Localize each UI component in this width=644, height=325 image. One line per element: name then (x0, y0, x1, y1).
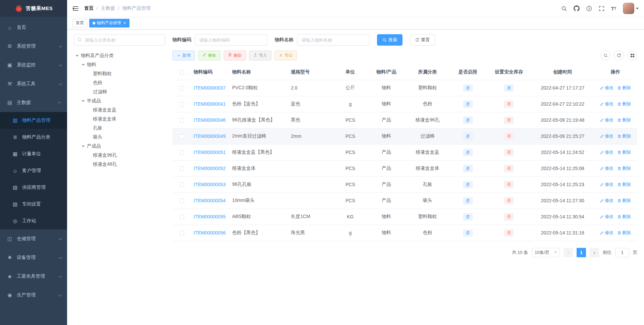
hamburger-icon[interactable] (72, 5, 79, 12)
tree-node[interactable]: 塑料颗粒 (74, 69, 165, 78)
row-checkbox[interactable] (179, 166, 184, 171)
breadcrumb-item[interactable]: 首页 (84, 5, 94, 11)
item-code-link[interactable]: ITEM00000049 (194, 133, 226, 139)
row-edit-link[interactable]: 修改 (600, 101, 613, 107)
row-checkbox[interactable] (179, 199, 184, 203)
refresh-button[interactable] (614, 50, 624, 60)
logo[interactable]: 苦糖果MES (0, 0, 67, 17)
sidebar-item[interactable]: ◫仓储管理 (0, 229, 67, 248)
item-code-link[interactable]: ITEM00000037 (194, 85, 226, 91)
goto-page-input[interactable] (615, 248, 629, 257)
row-delete-link[interactable]: 删除 (618, 198, 631, 204)
item-code-link[interactable]: ITEM00000052 (194, 166, 226, 171)
delete-button[interactable]: 删除 (224, 51, 246, 60)
row-edit-link[interactable]: 修改 (600, 165, 613, 171)
item-code-link[interactable]: ITEM00000056 (194, 230, 226, 235)
sidebar-item[interactable]: ⚙系统管理 (0, 37, 67, 56)
edit-button[interactable]: 修改 (198, 51, 220, 60)
sidebar-item[interactable]: ⚒系统工具 (0, 74, 67, 93)
view-tab[interactable]: 物料产品管理× (89, 19, 129, 28)
item-code-link[interactable]: ITEM00000053 (194, 182, 226, 187)
row-checkbox[interactable] (179, 215, 184, 219)
sidebar-item[interactable]: ▤主数据 (0, 93, 67, 112)
tree-node[interactable]: 孔板 (74, 123, 165, 132)
caret-icon[interactable] (76, 55, 78, 58)
prev-page-button[interactable]: ‹ (564, 248, 573, 257)
item-code-link[interactable]: ITEM00000051 (194, 150, 226, 155)
sidebar-item[interactable]: ◈工装夹具管理 (0, 267, 67, 286)
tree-node[interactable]: 半成品 (74, 96, 165, 105)
item-code-link[interactable]: ITEM00000041 (194, 101, 226, 107)
row-checkbox[interactable] (179, 134, 184, 139)
sidebar-subitem[interactable]: ☺客户管理 (0, 162, 67, 179)
row-checkbox[interactable] (179, 182, 184, 187)
row-edit-link[interactable]: 修改 (600, 133, 613, 139)
add-button[interactable]: ＋新增 (172, 51, 195, 60)
sidebar-item[interactable]: ▣系统监控 (0, 56, 67, 74)
row-edit-link[interactable]: 修改 (600, 181, 613, 187)
caret-icon[interactable] (82, 64, 85, 67)
filter-input[interactable] (195, 34, 267, 46)
filter-input[interactable] (297, 34, 370, 46)
search-icon[interactable] (561, 6, 567, 11)
row-delete-link[interactable]: 删除 (618, 181, 631, 187)
user-menu[interactable] (623, 3, 639, 14)
tree-node[interactable]: 吸头 (74, 132, 165, 142)
row-checkbox[interactable] (179, 86, 184, 91)
row-checkbox[interactable] (179, 150, 184, 155)
row-edit-link[interactable]: 修改 (600, 214, 613, 220)
row-delete-link[interactable]: 删除 (618, 101, 631, 107)
page-size-select[interactable]: 10条/页 (532, 248, 560, 257)
sidebar-subitem[interactable]: ▥物料产品管理 (0, 112, 67, 129)
row-checkbox[interactable] (179, 231, 184, 235)
export-button[interactable]: 导出 (275, 51, 297, 60)
row-delete-link[interactable]: 删除 (618, 85, 631, 91)
row-edit-link[interactable]: 修改 (600, 230, 613, 236)
next-page-button[interactable]: › (590, 248, 599, 257)
sidebar-subitem[interactable]: ▦计量单位 (0, 146, 67, 162)
sidebar-subitem[interactable]: ◎工作站 (0, 213, 67, 229)
caret-icon[interactable] (82, 100, 85, 103)
tree-node[interactable]: 移液盒96孔 (74, 151, 165, 160)
sidebar-item[interactable]: ⌂首页 (0, 18, 67, 37)
sidebar-subitem[interactable]: ▨车间设置 (0, 196, 67, 213)
row-delete-link[interactable]: 删除 (618, 149, 631, 155)
search-button[interactable]: 搜索 (377, 34, 402, 46)
sidebar-subitem[interactable]: ▧供应商管理 (0, 179, 67, 196)
tree-node[interactable]: 移液盒48孔 (74, 160, 165, 169)
item-code-link[interactable]: ITEM00000055 (194, 214, 226, 219)
tree-node[interactable]: 过滤棉 (74, 87, 165, 96)
row-edit-link[interactable]: 修改 (600, 198, 613, 204)
row-checkbox[interactable] (179, 102, 184, 107)
view-tab[interactable]: 首页 (72, 19, 87, 28)
import-button[interactable]: 导入 (249, 51, 271, 60)
row-edit-link[interactable]: 修改 (600, 117, 613, 123)
row-delete-link[interactable]: 删除 (618, 133, 631, 139)
tree-search-input[interactable] (74, 34, 165, 46)
close-icon[interactable]: × (123, 21, 126, 25)
help-icon[interactable]: ? (586, 6, 592, 11)
reset-button[interactable]: 重置 (410, 34, 435, 46)
row-delete-link[interactable]: 删除 (618, 165, 631, 171)
row-delete-link[interactable]: 删除 (618, 214, 631, 220)
font-size-icon[interactable]: TT (611, 6, 616, 11)
row-edit-link[interactable]: 修改 (600, 85, 613, 91)
tree-node[interactable]: 物料及产品分类 (74, 51, 165, 60)
search-toggle-button[interactable] (600, 50, 610, 60)
item-code-link[interactable]: ITEM00000046 (194, 117, 226, 123)
sidebar-item[interactable]: ◉生产管理 (0, 286, 67, 305)
tree-node[interactable]: 色粉 (74, 78, 165, 87)
select-all-checkbox[interactable] (179, 70, 184, 75)
page-1-button[interactable]: 1 (577, 248, 586, 257)
github-icon[interactable] (574, 5, 580, 11)
caret-icon[interactable] (82, 146, 85, 149)
tree-node[interactable]: 产成品 (74, 142, 165, 151)
row-edit-link[interactable]: 修改 (600, 149, 613, 155)
row-delete-link[interactable]: 删除 (618, 117, 631, 123)
sidebar-item[interactable]: ❖设备管理 (0, 248, 67, 267)
row-delete-link[interactable]: 删除 (618, 230, 631, 236)
fullscreen-icon[interactable] (599, 6, 604, 11)
row-checkbox[interactable] (179, 118, 184, 123)
tree-node[interactable]: 移液盒盒盖 (74, 105, 165, 114)
item-code-link[interactable]: ITEM00000054 (194, 198, 226, 203)
